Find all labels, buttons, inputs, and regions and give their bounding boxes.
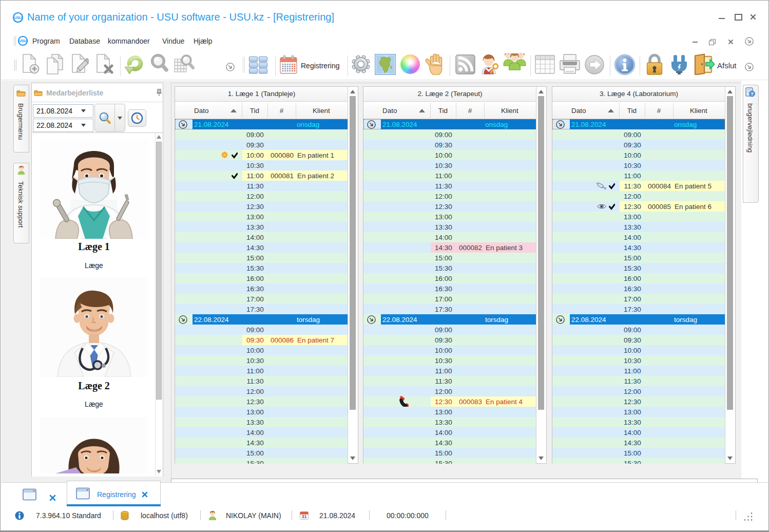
svg-text:?: ? (751, 91, 753, 97)
svg-text:USU: USU (14, 16, 22, 20)
svg-text:USU: USU (19, 39, 26, 43)
svg-text:31: 31 (301, 514, 306, 519)
